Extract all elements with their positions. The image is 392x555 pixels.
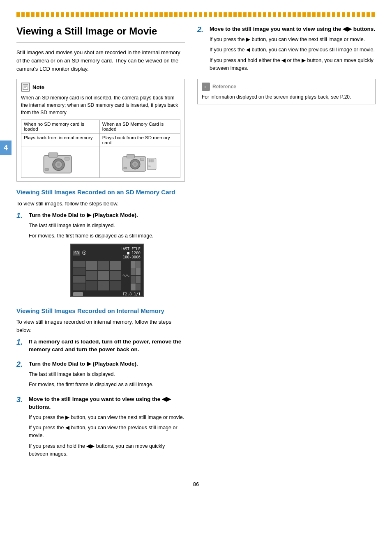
section2-step1-content: If a memory card is loaded, turn off the… — [29, 338, 185, 356]
step1-title: Turn the Mode Dial to ▶ (Playback Mode). — [29, 212, 185, 219]
svg-rect-9 — [65, 157, 69, 160]
svg-rect-10 — [45, 168, 48, 170]
section2-step3-title: Move to the still image you want to view… — [29, 396, 185, 411]
section2-heading: Viewing Still Images Recorded on Interna… — [16, 307, 185, 315]
section2-step3-body3: If you press and hold the ◀▶ buttons, yo… — [29, 442, 185, 458]
title-divider — [16, 42, 185, 43]
lcd-bar2 — [73, 268, 85, 275]
lcd-sd-icon: SD — [73, 251, 80, 256]
right-step2-num: 2. — [197, 25, 206, 35]
lcd-image-area — [73, 261, 141, 290]
section2-step2: 2. Turn the Mode Dial to ▶ (Playback Mod… — [16, 360, 185, 391]
lcd-col4 — [131, 261, 141, 290]
svg-point-8 — [57, 163, 60, 166]
note-box: Note When an SD memory card is not inser… — [16, 79, 185, 182]
step1-content: Turn the Mode Dial to ▶ (Playback Mode).… — [29, 212, 185, 300]
lcd-sq9 — [110, 281, 121, 290]
section2-step2-body2: For movies, the first frame is displayed… — [29, 381, 185, 389]
lcd-file-size: ■ 1280 — [88, 251, 141, 255]
lcd-file-label: LAST FILE — [88, 247, 141, 251]
lcd-top-bar: SD ⦿ LAST FILE ■ 1280 100-0006 — [73, 247, 141, 259]
main-title: Viewing a Still Image or Movie — [16, 25, 185, 37]
section2-step1-title: If a memory card is loaded, turn off the… — [29, 338, 185, 354]
section2-step3-body1: If you press the ▶ button, you can view … — [29, 414, 185, 421]
svg-rect-21 — [152, 159, 154, 163]
note-label: Note — [32, 84, 44, 90]
lcd-sq6 — [110, 271, 121, 281]
reference-body: For information displayed on the screen … — [202, 93, 371, 101]
intro-text: Still images and movies you shot are rec… — [16, 48, 185, 73]
section1-heading: Viewing Still Images Recorded on an SD M… — [16, 188, 185, 196]
section2-step2-content: Turn the Mode Dial to ▶ (Playback Mode).… — [29, 360, 185, 391]
section1-intro: To view still images, follow the steps b… — [16, 200, 185, 208]
note-icon — [21, 83, 30, 92]
lcd-sq4 — [86, 271, 97, 281]
lcd-lens-icon: ⦿ — [82, 250, 87, 256]
right-step2-body1: If you press the ▶ button, you can view … — [210, 36, 376, 44]
left-column: 4 Viewing a Still Image or Movie Still i… — [16, 25, 185, 465]
lcd-battery — [73, 292, 83, 296]
right-step2-content: Move to the still image you want to view… — [210, 25, 376, 75]
lcd-file-info: LAST FILE ■ 1280 100-0006 — [88, 247, 141, 259]
svg-text:SD: SD — [148, 166, 151, 168]
note-table: When no SD memory card is loaded When an… — [21, 120, 180, 178]
lcd-b1 — [131, 261, 136, 268]
camera-internal-svg — [42, 150, 79, 174]
right-step2: 2. Move to the still image you want to v… — [197, 25, 376, 75]
section2-step3-num: 3. — [16, 396, 25, 405]
section2-step3-body2: If you press the ◀ button, you can view … — [29, 424, 185, 440]
lcd-screen: SD ⦿ LAST FILE ■ 1280 100-0006 — [70, 244, 144, 297]
svg-text:i: i — [205, 85, 205, 89]
lcd-b5 — [131, 276, 136, 283]
page-tab: 4 — [0, 140, 12, 155]
lcd-sq1 — [86, 261, 97, 270]
section2-intro: To view still images recorded on interna… — [16, 318, 185, 334]
ref-svg: i — [203, 84, 209, 90]
lcd-bottom-bar: F2.8 1/1 — [73, 292, 141, 296]
lcd-sq7 — [86, 281, 97, 290]
section2-step1: 1. If a memory card is loaded, turn off … — [16, 338, 185, 356]
table-col2-header: When an SD Memory Card is loaded — [99, 120, 180, 134]
page-wrapper: 4 Viewing a Still Image or Movie Still i… — [0, 0, 392, 555]
svg-rect-16 — [141, 158, 144, 161]
svg-rect-0 — [23, 85, 28, 90]
lcd-col1 — [73, 261, 85, 290]
lcd-aperture: F2.8 1/1 — [123, 292, 141, 296]
right-step2-body2: If you press the ◀ button, you can view … — [210, 46, 376, 54]
reference-header: i Reference — [202, 83, 371, 91]
lcd-wave-icon — [122, 272, 129, 279]
lcd-sq2 — [98, 261, 109, 270]
note-svg — [23, 84, 28, 90]
lcd-file-num: 100-0006 — [88, 255, 141, 259]
right-step2-title: Move to the still image you want to view… — [210, 25, 376, 33]
lcd-sq5 — [98, 271, 109, 281]
right-column: 2. Move to the still image you want to v… — [197, 25, 376, 465]
svg-rect-5 — [48, 153, 58, 157]
lcd-bar3 — [73, 276, 85, 283]
lcd-b2 — [136, 261, 141, 268]
table-col2-body: Plays back from the SD memory card — [99, 134, 180, 147]
lcd-col3 — [122, 261, 130, 290]
right-step2-body3: If you press and hold either the ◀ or th… — [210, 57, 376, 73]
camera-internal-cell — [21, 147, 100, 178]
camera-sd-svg: SD — [121, 150, 158, 174]
svg-rect-19 — [149, 159, 150, 163]
table-col1-header: When no SD memory card is loaded — [21, 120, 100, 134]
svg-rect-17 — [124, 167, 127, 169]
section2-step3: 3. Move to the still image you want to v… — [16, 396, 185, 461]
top-border — [16, 12, 376, 17]
section2-step3-content: Move to the still image you want to view… — [29, 396, 185, 461]
svg-rect-23 — [203, 84, 208, 89]
lcd-b3 — [131, 268, 136, 275]
lcd-b8 — [136, 283, 141, 290]
lcd-sq3 — [110, 261, 121, 270]
section2-step2-num: 2. — [16, 360, 25, 369]
section2-step2-title: Turn the Mode Dial to ▶ (Playback Mode). — [29, 360, 185, 368]
svg-point-15 — [134, 163, 137, 166]
camera-sd-cell: SD — [99, 147, 180, 178]
lcd-bar4 — [73, 283, 85, 290]
page-number: 86 — [16, 481, 376, 487]
note-body: When an SD memory card is not inserted, … — [21, 94, 180, 116]
step1-body1: The last still image taken is displayed. — [29, 222, 185, 230]
table-col1-body: Plays back from internal memory — [21, 134, 100, 147]
